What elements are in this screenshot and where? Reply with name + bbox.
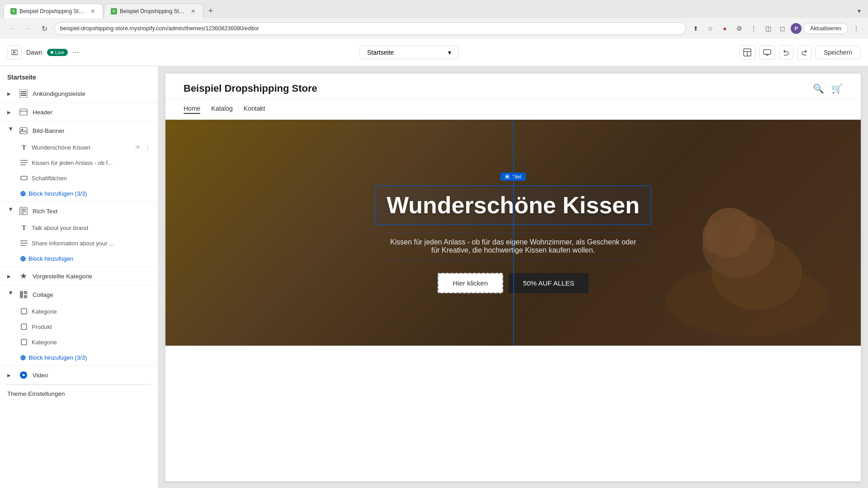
live-badge: Live: [47, 49, 68, 56]
svg-rect-12: [20, 109, 27, 115]
aktualisieren-button[interactable]: Aktualisieren: [803, 23, 848, 34]
page-select[interactable]: Startseite ▾: [359, 46, 459, 59]
reload-button[interactable]: ↻: [38, 22, 51, 35]
search-store-icon[interactable]: 🔍: [813, 83, 824, 94]
block-text-icon-2: T: [20, 224, 28, 232]
cart-store-icon[interactable]: 🛒: [831, 83, 843, 94]
store-name: Beispiel Dropshipping Store: [184, 83, 317, 94]
section-row-collage[interactable]: ▶ Collage: [0, 286, 158, 304]
extension-icon-4[interactable]: ◫: [762, 22, 774, 35]
back-button[interactable]: ←: [5, 22, 18, 35]
btn-50-auf-alles[interactable]: 50% AUF ALLES: [509, 273, 589, 293]
browser-tab-1[interactable]: S Beispiel Dropshipping Store · ✕: [4, 4, 103, 18]
add-block-icon-2: ⊕: [20, 254, 26, 263]
section-header: ▶ Header: [0, 103, 158, 122]
desktop-icon: [763, 49, 771, 56]
block-label-wunderschone: Wunderschöne Kissen: [32, 144, 132, 151]
nav-link-kontakt[interactable]: Kontakt: [244, 105, 265, 114]
section-row-rich-text[interactable]: ▶ Rich Text: [0, 202, 158, 220]
add-block-label-3: Block hinzufügen (3/3): [28, 354, 87, 361]
back-icon: [11, 49, 18, 56]
section-highlight-toggle[interactable]: [739, 45, 755, 60]
new-tab-button[interactable]: +: [204, 5, 217, 17]
svg-rect-9: [20, 91, 27, 92]
theme-settings[interactable]: Theme-Einstellungen: [0, 385, 158, 403]
block-row-produkt[interactable]: Produkt: [0, 319, 158, 334]
extension-icon-5[interactable]: ◻: [776, 22, 789, 35]
block-lines-icon-2: [20, 239, 28, 247]
tab-close-1[interactable]: ✕: [89, 8, 96, 15]
theme-more-button[interactable]: ···: [72, 47, 79, 57]
tab-title-1: Beispiel Dropshipping Store ·: [19, 8, 86, 14]
undo-button[interactable]: [779, 45, 793, 60]
banner-section: Titel Wunderschöne Kissen Kissen für jed…: [165, 120, 861, 346]
eye-icon-1[interactable]: 👁: [135, 144, 141, 150]
nav-link-katalog[interactable]: Katalog: [211, 105, 232, 114]
add-block-label-1: Block hinzufügen (3/3): [28, 190, 87, 197]
add-block-collage[interactable]: ⊕ Block hinzufügen (3/3): [0, 350, 158, 366]
add-block-rich-text[interactable]: ⊕ Block hinzufügen: [0, 251, 158, 267]
expand-icon-3: [20, 338, 28, 346]
extension-icon-2[interactable]: ⚙: [733, 22, 745, 35]
btn-hier-klicken[interactable]: Hier klicken: [438, 273, 504, 293]
bild-banner-icon: [19, 126, 28, 135]
section-row-announcement[interactable]: ▶ Ankündigungsleiste: [0, 84, 158, 103]
extension-icon-3[interactable]: ⋮: [747, 22, 760, 35]
more-icon-1[interactable]: ⋮: [144, 144, 151, 151]
forward-button[interactable]: →: [22, 22, 34, 35]
svg-rect-28: [20, 291, 23, 298]
vorgestellte-icon: [19, 272, 28, 281]
tab-favicon-1: S: [10, 8, 17, 14]
more-options-icon[interactable]: ⋮: [850, 22, 863, 35]
block-row-kissen-anlass[interactable]: Kissen für jeden Anlass - ob f...: [0, 155, 158, 170]
svg-rect-32: [21, 324, 27, 329]
add-block-bild-banner[interactable]: ⊕ Block hinzufügen (3/3): [0, 186, 158, 202]
block-row-talk-brand[interactable]: T Talk about your brand: [0, 220, 158, 235]
section-toggle-header: ▶: [7, 110, 14, 115]
block-row-wunderschone-kissen[interactable]: T Wunderschöne Kissen 👁 ⋮: [0, 140, 158, 155]
desktop-view-button[interactable]: [759, 45, 775, 60]
section-row-video[interactable]: ▶ Video: [0, 366, 158, 384]
tab-favicon-2: S: [111, 8, 117, 14]
editor-toolbar: Dawn Live ··· Startseite ▾: [0, 39, 868, 66]
block-row-kategorie-1[interactable]: Kategorie: [0, 304, 158, 319]
share-icon[interactable]: ⬆: [689, 22, 702, 35]
add-block-label-2: Block hinzufügen: [28, 255, 73, 262]
rich-text-label: Rich Text: [33, 208, 57, 215]
block-row-share-info[interactable]: Share information about your ...: [0, 235, 158, 251]
svg-rect-11: [20, 95, 27, 96]
extension-icon-1[interactable]: ●: [718, 22, 731, 35]
address-input[interactable]: [54, 22, 686, 35]
tab-dropdown-button[interactable]: ▾: [854, 5, 864, 16]
sidebar-title: Startseite: [0, 66, 158, 84]
block-row-schaltflachen[interactable]: Schaltflächen: [0, 170, 158, 186]
redo-button[interactable]: [797, 45, 811, 60]
video-icon: [19, 371, 28, 380]
browser-chrome: S Beispiel Dropshipping Store · ✕ S Beis…: [0, 0, 868, 39]
expand-icon-1: [20, 307, 28, 315]
block-label-produkt: Produkt: [32, 324, 151, 330]
svg-rect-29: [24, 291, 27, 294]
section-toggle-video: ▶: [7, 373, 14, 378]
section-row-bild-banner[interactable]: ▶ Bild-Banner: [0, 122, 158, 140]
block-label-schaltflachen: Schaltflächen: [32, 175, 151, 182]
section-toggle-vorgestellte: ▶: [7, 274, 14, 279]
section-row-vorgestellte[interactable]: ▶ Vorgestellte Kategorie: [0, 267, 158, 285]
profile-avatar[interactable]: P: [791, 23, 802, 34]
back-to-themes-button[interactable]: [7, 45, 22, 60]
bookmark-icon[interactable]: ☆: [704, 22, 717, 35]
section-toggle-announcement: ▶: [7, 91, 14, 96]
nav-link-home[interactable]: Home: [184, 105, 200, 114]
browser-tab-2[interactable]: S Beispiel Dropshipping Store · ✕: [104, 4, 203, 18]
tab-bar: S Beispiel Dropshipping Store · ✕ S Beis…: [0, 0, 868, 18]
tab-close-2[interactable]: ✕: [189, 8, 197, 15]
section-icon: [743, 48, 751, 56]
block-button-icon: [20, 174, 28, 182]
svg-rect-20: [20, 207, 27, 215]
block-row-kategorie-2[interactable]: Kategorie: [0, 334, 158, 350]
block-label-talk-brand: Talk about your brand: [32, 225, 151, 231]
block-label-kissen-anlass: Kissen für jeden Anlass - ob f...: [32, 160, 151, 166]
section-row-header[interactable]: ▶ Header: [0, 103, 158, 121]
editor-body: Startseite ▶ Ankündigungsleiste ▶: [0, 66, 868, 488]
save-button[interactable]: Speichern: [815, 46, 861, 59]
